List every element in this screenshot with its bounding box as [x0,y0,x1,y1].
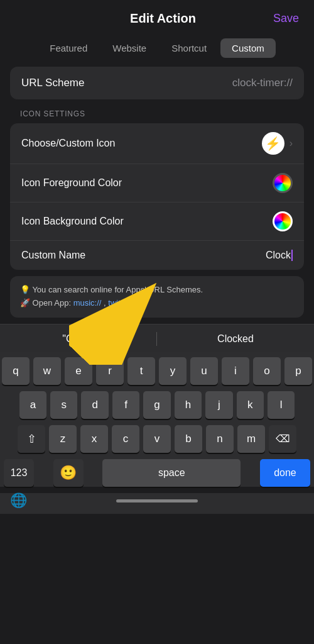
key-y[interactable]: y [159,357,187,385]
key-p[interactable]: p [284,357,312,385]
key-i[interactable]: i [222,357,249,385]
hint-link2[interactable]: twitter:// [108,298,137,308]
key-c[interactable]: c [112,425,139,453]
choose-icon-row[interactable]: Choose/Custom Icon ⚡ › [10,123,304,164]
key-t[interactable]: t [127,357,155,385]
key-e[interactable]: e [65,357,92,385]
space-key[interactable]: space [102,459,241,487]
key-f[interactable]: f [112,391,139,419]
globe-icon[interactable]: 🌐 [10,492,27,509]
tab-featured[interactable]: Featured [38,38,99,58]
hint-link1[interactable]: music:// [73,298,102,308]
keyboard-row-4: 123 🙂 space done [2,459,312,487]
key-o[interactable]: o [253,357,281,385]
delete-key[interactable]: ⌫ [269,425,296,453]
tab-website[interactable]: Website [101,38,158,58]
save-button[interactable]: Save [273,12,299,25]
key-g[interactable]: g [143,391,170,419]
key-n[interactable]: n [206,425,234,453]
key-a[interactable]: a [19,391,46,419]
url-scheme-value: clock-timer:// [232,77,293,89]
key-m[interactable]: m [237,425,265,453]
key-u[interactable]: u [190,357,218,385]
home-indicator [116,499,198,502]
lightning-icon: ⚡ [265,136,281,151]
page-title: Edit Action [53,11,273,26]
key-q[interactable]: q [2,357,30,385]
key-k[interactable]: k [237,391,264,419]
url-scheme-row[interactable]: URL Scheme clock-timer:// [10,67,304,99]
custom-name-label: Custom Name [21,250,85,261]
chevron-right-icon: › [290,138,293,149]
icon-settings-label: ICON SETTINGS [0,109,314,123]
autocomplete-item-2[interactable]: Clocked [157,332,314,346]
hint-line1: 💡 You can search online for Apps' URL Sc… [20,284,294,297]
keyboard: q w e r t y u i o p a s d f g h j k l ⇧ … [0,352,314,487]
hint-box: 💡 You can search online for Apps' URL Sc… [10,276,304,318]
hint-line2: 🚀 Open App: music:// , twitter:// [20,297,294,310]
keyboard-row-1: q w e r t y u i o p [2,357,312,385]
key-r[interactable]: r [96,357,124,385]
settings-card: Choose/Custom Icon ⚡ › Icon Foreground C… [10,123,304,270]
text-cursor [291,250,293,261]
foreground-color-row[interactable]: Icon Foreground Color [10,164,304,203]
key-z[interactable]: z [49,425,77,453]
key-v[interactable]: v [143,425,171,453]
tab-bar: Featured Website Shortcut Custom [0,35,314,67]
custom-name-value: Clock [266,250,293,261]
bottom-bar: 🌐 [0,493,314,514]
header: Edit Action Save [0,0,314,35]
key-l[interactable]: l [268,391,295,419]
emoji-key[interactable]: 🙂 [53,459,84,487]
url-scheme-label: URL Scheme [21,77,84,89]
foreground-color-label: Icon Foreground Color [21,177,122,189]
key-x[interactable]: x [80,425,108,453]
autocomplete-bar: "Clock" Clocked [0,324,314,352]
background-color-wheel [273,211,293,231]
tab-shortcut[interactable]: Shortcut [160,38,218,58]
numbers-key[interactable]: 123 [4,459,34,487]
background-color-label: Icon Background Color [21,216,124,227]
custom-name-row[interactable]: Custom Name Clock [10,241,304,270]
icon-preview: ⚡ [262,132,284,155]
keyboard-row-2: a s d f g h j k l [2,391,312,419]
keyboard-row-3: ⇧ z x c v b n m ⌫ [2,425,312,453]
choose-icon-right: ⚡ › [262,132,293,155]
choose-icon-label: Choose/Custom Icon [21,138,115,149]
key-w[interactable]: w [33,357,61,385]
background-color-row[interactable]: Icon Background Color [10,203,304,241]
shift-key[interactable]: ⇧ [18,425,45,453]
key-h[interactable]: h [175,391,202,419]
key-j[interactable]: j [205,391,232,419]
autocomplete-item-1[interactable]: "Clock" [0,332,157,346]
foreground-color-wheel [273,173,293,193]
done-key[interactable]: done [260,459,310,487]
key-d[interactable]: d [81,391,108,419]
key-b[interactable]: b [175,425,202,453]
key-s[interactable]: s [50,391,77,419]
tab-custom[interactable]: Custom [220,38,276,58]
